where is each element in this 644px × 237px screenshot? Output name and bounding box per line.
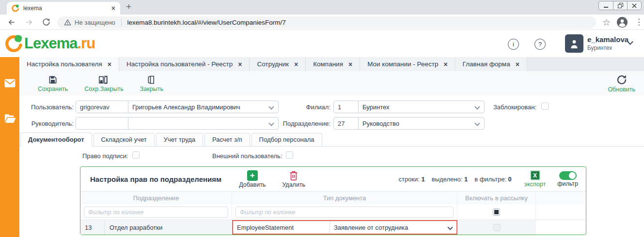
mailing-checkbox[interactable] xyxy=(493,224,501,231)
tab-close-icon[interactable]: × xyxy=(108,61,111,68)
branch-label: Филиал: xyxy=(291,104,330,111)
column-header-mailing[interactable]: Включать в рассылку xyxy=(457,192,536,205)
user-code-input[interactable] xyxy=(76,101,128,113)
url-field[interactable]: Не защищено lexema8.burintekh.local/#/vi… xyxy=(57,16,596,29)
chevron-down-icon[interactable] xyxy=(447,224,453,230)
folder-icon[interactable] xyxy=(4,114,16,123)
doc-type-code-input[interactable] xyxy=(233,221,330,234)
toggle-on-icon[interactable] xyxy=(559,171,577,180)
grid-header-row: Подразделение Тип документа Включать в р… xyxy=(80,191,586,205)
grid-filter-row xyxy=(80,205,586,220)
tab-my-companies-registry[interactable]: Мои компании - Реестр× xyxy=(360,57,455,71)
doc-type-filter-input[interactable] xyxy=(236,207,454,218)
subtab-labor[interactable]: Учет труда xyxy=(156,133,203,146)
row-mailing-cell[interactable] xyxy=(457,220,536,235)
mailing-filter-checkbox[interactable] xyxy=(493,208,500,216)
table-row[interactable]: 13 Отдел разработки Заявление от сотрудн… xyxy=(80,220,586,235)
user-combo[interactable]: Григорьев Александр Владимирович xyxy=(76,101,279,113)
chevron-down-icon[interactable] xyxy=(474,120,480,126)
chevron-down-icon[interactable] xyxy=(474,104,480,109)
manager-combo[interactable] xyxy=(76,117,279,130)
browser-window: lexema × + Не защищено lexema8.burintekh… xyxy=(0,0,644,237)
browser-tab[interactable]: lexema × xyxy=(7,2,120,15)
tab-main-form[interactable]: Главная форма× xyxy=(456,57,527,71)
department-filter-input[interactable] xyxy=(84,207,228,218)
external-user-checkbox[interactable] xyxy=(286,151,293,159)
close-button[interactable]: Закрыть xyxy=(140,75,163,92)
logo-text: Lexema xyxy=(24,35,77,52)
document-tabs: Настройка пользователя× Настройка пользо… xyxy=(19,57,644,71)
address-bar: Не защищено lexema8.burintekh.local/#/vi… xyxy=(0,15,644,30)
section-tabs: Документооборот Складской учет Учет труд… xyxy=(19,132,644,147)
sign-right-checkbox[interactable] xyxy=(132,151,140,159)
trash-icon xyxy=(289,170,298,181)
tab-company[interactable]: Компания× xyxy=(306,57,360,71)
tab-users-registry[interactable]: Настройка пользователей - Реестр× xyxy=(119,57,250,71)
divider xyxy=(121,19,122,26)
branch-code-input[interactable] xyxy=(334,101,359,113)
mail-icon[interactable] xyxy=(4,79,16,88)
close-window-button[interactable] xyxy=(627,1,641,10)
user-name[interactable]: e_kamalova xyxy=(587,35,628,44)
bookmark-star-icon[interactable]: ☆ xyxy=(602,17,611,28)
tab-close-icon[interactable]: × xyxy=(348,61,352,68)
chevron-down-icon[interactable] xyxy=(268,120,274,126)
profile-avatar-icon[interactable] xyxy=(616,16,628,28)
window-controls xyxy=(598,1,642,10)
subtab-warehouse[interactable]: Складской учет xyxy=(94,133,155,146)
minimize-button[interactable] xyxy=(599,1,613,10)
filter-label: фильтр xyxy=(557,180,578,187)
subtab-payroll[interactable]: Расчет з/п xyxy=(204,133,250,146)
refresh-button[interactable]: Обновить xyxy=(608,74,635,93)
tab-employee[interactable]: Сотрудник× xyxy=(250,57,306,71)
save-button[interactable]: Сохранить xyxy=(38,75,68,92)
info-button[interactable]: i xyxy=(508,39,519,50)
manager-label: Руководитель: xyxy=(23,120,74,127)
forward-icon[interactable] xyxy=(24,17,34,27)
lexema-logo-icon xyxy=(5,34,23,53)
export-button[interactable]: X экспорт xyxy=(524,170,546,188)
save-close-button[interactable]: Сохр.Закрыть xyxy=(84,75,124,92)
panel-title: Настройка прав по подразделениям xyxy=(90,175,221,183)
warning-icon xyxy=(64,19,71,26)
tab-user-settings[interactable]: Настройка пользователя× xyxy=(19,57,119,71)
security-label[interactable]: Не защищено xyxy=(75,19,115,26)
tab-close-icon[interactable]: × xyxy=(111,5,115,12)
new-tab-button[interactable]: + xyxy=(126,1,131,12)
tab-close-icon[interactable]: × xyxy=(238,61,242,68)
app-content: Настройка пользователя× Настройка пользо… xyxy=(19,57,644,237)
department-code-input[interactable] xyxy=(334,118,359,129)
user-company: Буринтех xyxy=(587,44,612,51)
subtab-document-flow[interactable]: Документооборот xyxy=(20,133,92,147)
tab-close-icon[interactable]: × xyxy=(294,61,298,68)
restore-button[interactable] xyxy=(613,1,627,10)
column-header-department[interactable]: Подразделение xyxy=(80,192,232,205)
close-form-icon xyxy=(147,75,157,85)
subtab-recruiting[interactable]: Подбор персонала xyxy=(251,133,322,146)
row-department-cell[interactable]: 13 Отдел разработки xyxy=(80,220,232,235)
help-button[interactable]: ? xyxy=(534,39,546,50)
lexema-logo[interactable]: Lexema.ru xyxy=(5,34,95,53)
reload-icon[interactable] xyxy=(42,17,51,27)
tab-close-icon[interactable]: × xyxy=(443,61,447,68)
row-doc-type-cell-selected[interactable]: Заявление от сотрудника xyxy=(232,220,457,235)
chevron-down-icon[interactable] xyxy=(268,104,274,109)
left-sidebar xyxy=(0,57,19,237)
user-avatar[interactable] xyxy=(565,34,583,53)
department-combo[interactable]: Руководство xyxy=(333,117,485,130)
sign-right-label: Право подписи: xyxy=(82,152,128,160)
grid-counters: строки: 1 выделено: 1 в фильтре: 0 xyxy=(398,176,511,183)
url-text[interactable]: lexema8.burintekh.local/#/view/UserCompa… xyxy=(127,19,286,26)
branch-combo[interactable]: Буринтех xyxy=(333,101,485,113)
add-row-button[interactable]: + Добавить xyxy=(239,170,266,188)
refresh-icon xyxy=(616,74,628,86)
browser-menu-icon[interactable]: ⋮ xyxy=(635,17,643,27)
delete-row-button[interactable]: Удалить xyxy=(282,170,305,188)
branch-name-value: Буринтех xyxy=(359,104,475,111)
blocked-checkbox[interactable] xyxy=(541,103,549,110)
tab-close-icon[interactable]: × xyxy=(516,61,519,68)
manager-code-input[interactable] xyxy=(76,118,128,129)
column-header-doc-type[interactable]: Тип документа xyxy=(232,192,457,205)
filter-toggle[interactable]: фильтр xyxy=(557,171,578,187)
back-icon[interactable] xyxy=(7,17,16,27)
